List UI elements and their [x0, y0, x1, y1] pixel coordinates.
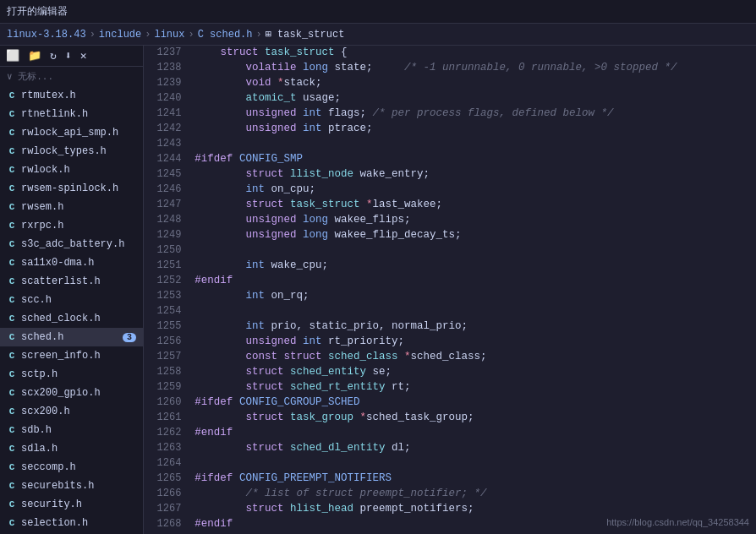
line-number: 1258	[144, 365, 191, 380]
table-row: 1250	[144, 243, 756, 259]
c-file-icon: C	[7, 369, 17, 379]
breadcrumb-linux[interactable]: linux-3.18.43	[7, 29, 86, 41]
table-row: 1255 int prio, static_prio, normal_prio;	[144, 319, 756, 335]
c-file-icon: C	[7, 276, 17, 286]
breadcrumb-bar: linux-3.18.43 › include › linux › C sche…	[0, 24, 756, 46]
line-code: unsigned int ptrace;	[191, 122, 756, 137]
c-file-icon: C	[7, 332, 17, 342]
sidebar-item-sctp[interactable]: C sctp.h	[0, 365, 143, 384]
new-folder-icon[interactable]: 📁	[25, 47, 44, 64]
c-file-icon: C	[7, 444, 17, 454]
sidebar-item-rwlock-types[interactable]: C rwlock_types.h	[0, 142, 143, 161]
c-file-icon: C	[7, 406, 17, 417]
sidebar-item-label: scx200.h	[21, 406, 70, 417]
line-code: atomic_t usage;	[191, 91, 756, 106]
sidebar-item-security[interactable]: C security.h	[0, 495, 143, 514]
line-number: 1259	[144, 380, 191, 395]
sidebar-item-rwlock[interactable]: C rwlock.h	[0, 161, 143, 179]
line-number: 1263	[144, 441, 191, 456]
sidebar-item-rwlock-api-smp[interactable]: C rwlock_api_smp.h	[0, 123, 143, 142]
sidebar-item-label: rtnetlink.h	[21, 108, 88, 120]
close-icon[interactable]: ✕	[78, 47, 90, 64]
sidebar-item-sched[interactable]: C sched.h 3	[0, 328, 143, 346]
table-row: 1243	[144, 137, 756, 152]
collapse-icon[interactable]: ⬇	[63, 47, 74, 64]
sidebar-item-scatterlist[interactable]: C scatterlist.h	[0, 272, 143, 291]
sidebar-item-screen-info[interactable]: C screen_info.h	[0, 346, 143, 365]
breadcrumb-sched[interactable]: C sched.h	[198, 29, 253, 41]
sidebar-item-label: sdla.h	[21, 443, 58, 455]
breadcrumb-include[interactable]: include	[99, 29, 141, 41]
refresh-icon[interactable]: ↻	[47, 47, 59, 64]
line-code: struct task_struct {	[191, 46, 756, 61]
c-file-icon: C	[7, 388, 17, 398]
c-file-icon: C	[7, 109, 17, 119]
table-row: 1240 atomic_t usage;	[144, 91, 756, 106]
line-code: struct sched_entity se;	[191, 365, 756, 380]
table-row: 1244 #ifdef CONFIG_SMP	[144, 152, 756, 167]
sidebar-item-rtnetlink[interactable]: C rtnetlink.h	[0, 105, 143, 123]
breadcrumb-sep-4: ›	[255, 29, 261, 41]
sidebar-item-label: rxrpc.h	[21, 220, 63, 232]
new-file-icon[interactable]: ⬜	[3, 47, 22, 64]
sidebar-item-label: sdb.h	[21, 424, 52, 436]
sidebar-item-sa11x0[interactable]: C sa11x0-dma.h	[0, 253, 143, 272]
line-number: 1260	[144, 395, 191, 411]
sidebar-item-rtmutex[interactable]: C rtmutex.h	[0, 86, 143, 105]
line-number: 1252	[144, 274, 191, 289]
sidebar-item-label: scatterlist.h	[21, 275, 101, 287]
sidebar-item-sched-clock[interactable]: C sched_clock.h	[0, 309, 143, 328]
code-editor[interactable]: 1237 struct task_struct { 1238 volatile …	[144, 46, 756, 534]
sidebar-item-sdla[interactable]: C sdla.h	[0, 439, 143, 458]
sidebar-item-label: securebits.h	[21, 480, 94, 492]
line-code: int on_cpu;	[191, 183, 756, 198]
c-file-icon: C	[7, 90, 17, 101]
table-row: 1241 unsigned int flags; /* per process …	[144, 106, 756, 122]
sidebar-item-label: rtmutex.h	[21, 90, 76, 101]
breadcrumb-task-struct[interactable]: ⊞ task_struct	[266, 28, 345, 41]
code-table: 1237 struct task_struct { 1238 volatile …	[144, 46, 756, 532]
sidebar-item-rxrpc[interactable]: C rxrpc.h	[0, 216, 143, 235]
line-code: struct task_group *sched_task_group;	[191, 411, 756, 426]
table-row: 1249 unsigned long wakee_flip_decay_ts;	[144, 228, 756, 243]
sidebar-item-rwsem-spinlock[interactable]: C rwsem-spinlock.h	[0, 179, 143, 198]
line-code: unsigned long wakee_flips;	[191, 213, 756, 228]
sidebar-item-scx200[interactable]: C scx200.h	[0, 402, 143, 421]
sidebar-item-s3c-adc[interactable]: C s3c_adc_battery.h	[0, 235, 143, 253]
c-file-icon: C	[7, 202, 17, 212]
line-number: 1249	[144, 228, 191, 243]
title-bar: 打开的编辑器	[0, 0, 756, 24]
sidebar-item-sdb[interactable]: C sdb.h	[0, 421, 143, 439]
sidebar-item-label: rwsem-spinlock.h	[21, 183, 118, 194]
breadcrumb-linux2[interactable]: linux	[154, 29, 184, 41]
sidebar-item-seccomp[interactable]: C seccomp.h	[0, 458, 143, 477]
sidebar-item-rwsem[interactable]: C rwsem.h	[0, 198, 143, 216]
sidebar-item-securebits[interactable]: C securebits.h	[0, 477, 143, 495]
c-file-icon: C	[7, 313, 17, 324]
line-number: 1256	[144, 335, 191, 350]
sidebar-item-selection[interactable]: C selection.h	[0, 514, 143, 532]
line-code: unsigned long wakee_flip_decay_ts;	[191, 228, 756, 243]
table-row: 1267 struct hlist_head preempt_notifiers…	[144, 502, 756, 517]
table-row: 1264	[144, 456, 756, 471]
line-number: 1242	[144, 122, 191, 137]
sidebar-item-scx200-gpio[interactable]: C scx200_gpio.h	[0, 384, 143, 402]
line-number: 1239	[144, 76, 191, 91]
line-code: unsigned int rt_priority;	[191, 335, 756, 350]
sidebar-item-label: rwlock.h	[21, 164, 70, 176]
line-code: #endif	[191, 274, 756, 289]
c-file-icon: C	[7, 183, 17, 193]
line-code: struct sched_dl_entity dl;	[191, 441, 756, 456]
table-row: 1261 struct task_group *sched_task_group…	[144, 411, 756, 426]
sidebar-item-label: sched.h	[21, 331, 63, 343]
sidebar-item-label: s3c_adc_battery.h	[21, 238, 124, 250]
line-number: 1254	[144, 304, 191, 319]
line-code	[191, 137, 756, 152]
watermark: https://blog.csdn.net/qq_34258344	[606, 517, 749, 527]
sidebar-item-label: scx200_gpio.h	[21, 387, 101, 399]
sidebar-item-scc[interactable]: C scc.h	[0, 291, 143, 309]
line-code: struct task_struct *last_wakee;	[191, 198, 756, 213]
line-number: 1250	[144, 243, 191, 259]
line-code: struct sched_rt_entity rt;	[191, 380, 756, 395]
c-file-icon: C	[7, 165, 17, 175]
